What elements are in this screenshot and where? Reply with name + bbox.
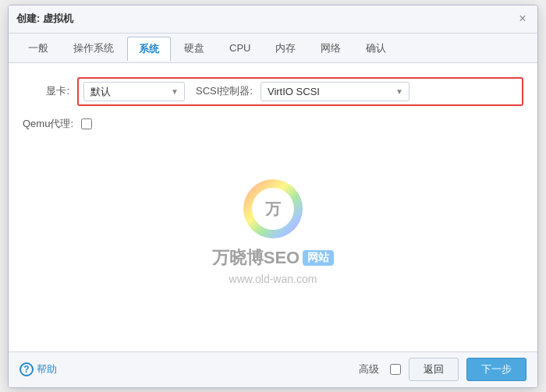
display-select[interactable]: 默认 VGA SPICE VMware (83, 82, 185, 101)
display-row: 显卡: 默认 VGA SPICE VMware ▼ SCSI控制器: (23, 77, 523, 106)
tab-bar: 一般 操作系统 系统 硬盘 CPU 内存 网络 确认 (9, 34, 537, 63)
scsi-select[interactable]: VirtIO SCSI LSI 053C895A MegaRAID SAS 87… (261, 82, 410, 101)
scsi-label: SCSI控制器: (193, 84, 253, 98)
tab-disk[interactable]: 硬盘 (172, 36, 216, 60)
tab-os[interactable]: 操作系统 (62, 36, 126, 60)
tab-system[interactable]: 系统 (127, 37, 171, 61)
display-label: 显卡: (23, 84, 77, 98)
help-icon: ? (20, 362, 34, 376)
help-label: 帮助 (37, 362, 57, 376)
display-fields-group: 默认 VGA SPICE VMware ▼ SCSI控制器: VirtIO SC… (77, 77, 523, 106)
qemu-row: Qemu代理: (23, 117, 523, 131)
tab-cpu[interactable]: CPU (218, 37, 262, 58)
tab-general[interactable]: 一般 (16, 36, 60, 60)
advanced-label: 高级 (359, 362, 379, 376)
tab-network[interactable]: 网络 (309, 36, 353, 60)
watermark-brand: 万晓博SEO (212, 246, 300, 270)
footer-right: 高级 返回 下一步 (359, 358, 526, 381)
content-area: 显卡: 默认 VGA SPICE VMware ▼ SCSI控制器: (9, 63, 537, 351)
footer-bar: ? 帮助 高级 返回 下一步 (9, 351, 537, 387)
svg-text:万: 万 (264, 200, 282, 217)
display-select-wrapper: 默认 VGA SPICE VMware ▼ (83, 82, 185, 101)
window-title: 创建: 虚拟机 (16, 12, 73, 26)
tab-memory[interactable]: 内存 (264, 36, 307, 60)
help-button[interactable]: ? 帮助 (20, 362, 57, 376)
watermark-text: 万晓博SEO 网站 (212, 246, 334, 270)
qemu-label: Qemu代理: (23, 117, 81, 131)
watermark-logo-icon: 万 (242, 178, 304, 240)
title-bar: 创建: 虚拟机 × (9, 5, 537, 34)
close-button[interactable]: × (516, 12, 530, 26)
tab-confirm[interactable]: 确认 (354, 36, 398, 60)
watermark-area: 万 万晓博SEO 网站 www.old-wan.com (23, 178, 523, 285)
watermark-badge: 网站 (303, 250, 334, 266)
qemu-checkbox[interactable] (81, 118, 92, 129)
main-window: 创建: 虚拟机 × 一般 操作系统 系统 硬盘 CPU 内存 网络 确认 显卡:… (8, 5, 538, 388)
advanced-checkbox[interactable] (390, 364, 401, 375)
watermark-url: www.old-wan.com (229, 273, 317, 285)
back-button[interactable]: 返回 (409, 358, 459, 381)
scsi-select-wrapper: VirtIO SCSI LSI 053C895A MegaRAID SAS 87… (261, 82, 410, 101)
next-button[interactable]: 下一步 (466, 358, 526, 381)
